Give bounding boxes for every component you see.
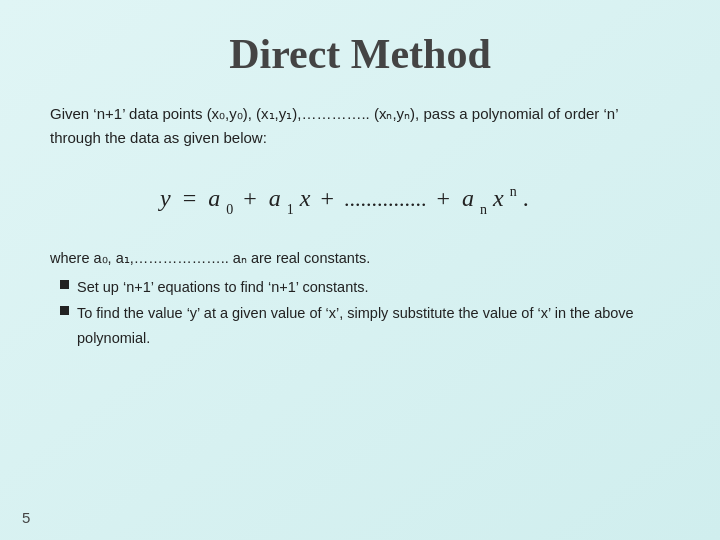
bullet-square-1 <box>60 280 69 289</box>
bullet-section: where a₀, a₁,……………….. aₙ are real consta… <box>50 246 670 351</box>
bullet-text-2: To find the value ‘y’ at a given value o… <box>77 301 670 350</box>
bullet-text-1: Set up ‘n+1’ equations to find ‘n+1’ con… <box>77 275 670 300</box>
slide-title: Direct Method <box>50 30 670 78</box>
intro-text: Given ‘n+1’ data points (x₀,y₀), (x₁,y₁)… <box>50 105 618 146</box>
slide-number: 5 <box>22 509 30 526</box>
svg-text:y
        =
        a
        : y = a 0 + a 1 x + ............... + a n … <box>158 175 529 219</box>
formula-svg: y = a 0 + a 1 x + ............... + a n … <box>150 170 570 222</box>
intro-paragraph: Given ‘n+1’ data points (x₀,y₀), (x₁,y₁)… <box>50 102 670 150</box>
bullet-square-2 <box>60 306 69 315</box>
formula-container: y = a 0 + a 1 x + ............... + a n … <box>50 170 670 222</box>
bullet-item-1: Set up ‘n+1’ equations to find ‘n+1’ con… <box>60 275 670 300</box>
where-line: where a₀, a₁,……………….. aₙ are real consta… <box>50 246 670 271</box>
slide: Direct Method Given ‘n+1’ data points (x… <box>0 0 720 540</box>
bullet-item-2: To find the value ‘y’ at a given value o… <box>60 301 670 350</box>
